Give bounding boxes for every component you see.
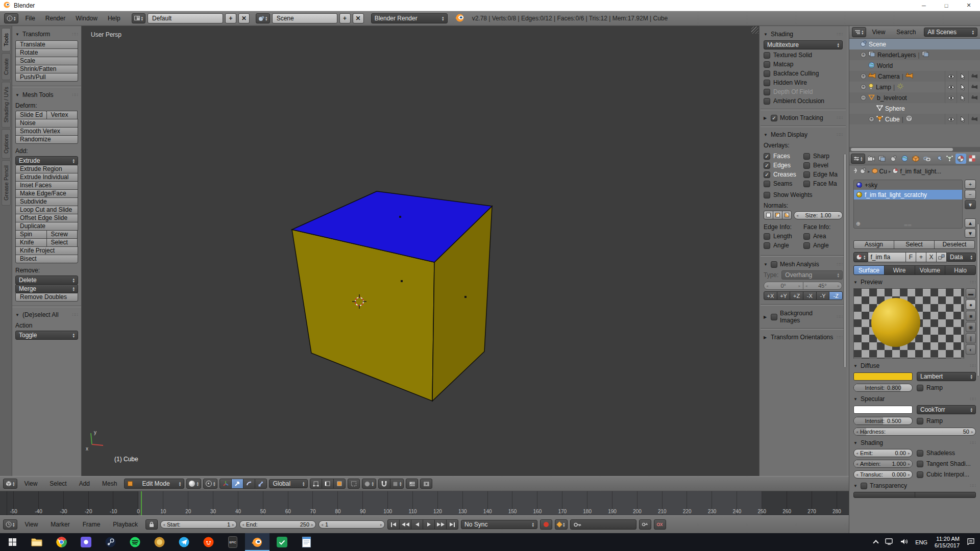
specular-shader-dropdown[interactable]: CookTorr▴▾ xyxy=(917,405,976,414)
jump-to-start-button[interactable] xyxy=(387,519,400,530)
panel-header-shading[interactable]: ▼Shading∷∷ xyxy=(764,31,843,38)
select-button[interactable]: Select xyxy=(894,240,935,249)
properties-tab-texture[interactable] xyxy=(967,154,977,164)
axis-y-button[interactable]: +Y xyxy=(777,291,791,300)
shading-backface-culling-checkbox[interactable] xyxy=(764,70,770,77)
add-scene-button[interactable]: + xyxy=(339,13,351,23)
type-tab-volume[interactable]: Volume xyxy=(915,265,946,275)
material-name-field[interactable]: f_im fla xyxy=(868,252,906,262)
toolshelf-tab-options[interactable]: Options xyxy=(2,129,11,159)
properties-tab-world[interactable] xyxy=(899,154,910,164)
face-info-area-checkbox[interactable] xyxy=(803,233,810,240)
menu-help[interactable]: Help xyxy=(103,15,126,22)
shading-depth-of-field-checkbox[interactable] xyxy=(764,89,770,95)
timeline-ruler[interactable]: -50-40-30-20-100102030405060708090100110… xyxy=(0,491,855,515)
restrict-view-eye-icon[interactable] xyxy=(945,92,957,103)
shading-hidden-wire-checkbox[interactable] xyxy=(764,80,770,86)
link-data-dropdown[interactable]: Data▴▾ xyxy=(946,253,976,262)
browse-material-dropdown[interactable]: ▴▾ xyxy=(853,252,868,262)
outliner-row-renderlayers[interactable]: +RenderLayers| xyxy=(849,49,980,60)
type-tab-surface[interactable]: Surface xyxy=(853,265,885,275)
face-normals-toggle[interactable] xyxy=(782,211,792,219)
taskbar-app-green-app[interactable] xyxy=(270,533,294,551)
remove-material-slot-button[interactable]: − xyxy=(965,190,976,199)
expand-icon[interactable]: + xyxy=(861,52,866,58)
current-frame-field[interactable]: ◂▸1 xyxy=(318,520,385,529)
sync-dropdown[interactable]: No Sync▴▾ xyxy=(461,520,537,529)
viewport-menu-select[interactable]: Select xyxy=(44,480,71,487)
info-editor-type-button[interactable]: i▴▾ xyxy=(4,13,18,23)
minimize-button[interactable]: ─ xyxy=(913,0,935,11)
taskbar-app-file-explorer[interactable] xyxy=(24,533,49,551)
screen-layout-icon-button[interactable]: ▴▾ xyxy=(132,13,146,23)
transform-translate-button[interactable]: Translate xyxy=(15,40,78,49)
outliner-row-cube[interactable]: +Cube| xyxy=(849,114,980,124)
toolshelf-tab-shading-uvs[interactable]: Shading / UVs xyxy=(2,82,11,128)
overlay-seams-checkbox[interactable] xyxy=(764,181,770,187)
expand-icon[interactable]: + xyxy=(869,116,874,122)
toolshelf-tab-tools[interactable]: Tools xyxy=(2,28,11,52)
render-opengl-anim-button[interactable] xyxy=(420,479,432,489)
play-button[interactable] xyxy=(423,519,435,530)
motion-tracking-checkbox[interactable]: ✓ xyxy=(771,115,777,121)
edge-select-button[interactable] xyxy=(322,479,334,489)
restrict-render-camera-icon[interactable] xyxy=(968,71,980,82)
new-material-button[interactable]: + xyxy=(916,252,926,262)
properties-tab-modifiers[interactable] xyxy=(933,154,944,164)
properties-tab-renderlayers[interactable] xyxy=(877,154,888,164)
record-button[interactable] xyxy=(540,519,552,530)
viewport-shading-dropdown[interactable]: ▴▾ xyxy=(186,479,201,489)
face-info-angle-checkbox[interactable] xyxy=(803,242,810,249)
outliner-editor-type-button[interactable]: ▴▾ xyxy=(852,27,866,37)
insert-keyframe-button[interactable] xyxy=(639,519,651,530)
area-corner-handle[interactable] xyxy=(751,27,758,34)
extrude-menu[interactable]: Extrude▴▾ xyxy=(15,156,78,165)
properties-tab-material[interactable] xyxy=(955,154,966,164)
panel-header-mesh-display[interactable]: ▼Mesh Display∷∷ xyxy=(764,131,843,138)
timeline-editor-type-button[interactable]: ▴▾ xyxy=(3,519,17,530)
manipulator-axes-button[interactable] xyxy=(219,479,232,489)
overlay-edges-checkbox[interactable]: ✓ xyxy=(764,162,770,169)
vertex-select-button[interactable] xyxy=(310,479,322,489)
maximize-button[interactable]: □ xyxy=(935,0,958,11)
pivot-center-dropdown[interactable]: ▴▾ xyxy=(203,479,218,489)
expand-icon[interactable]: + xyxy=(861,84,866,90)
menu-render[interactable]: Render xyxy=(40,15,70,22)
toolshelf-tab-grease-pencil[interactable]: Grease Pencil xyxy=(2,160,11,206)
hidden-icons-chevron-icon[interactable] xyxy=(873,540,879,545)
delete-keyframe-button[interactable] xyxy=(654,519,666,530)
shading-shadeless-checkbox[interactable] xyxy=(917,450,923,457)
panel-header-deselect-all[interactable]: ▼(De)select All∷∷ xyxy=(15,311,78,318)
mesh-analysis-checkbox[interactable] xyxy=(771,261,777,268)
overlay-edge-ma-checkbox[interactable] xyxy=(803,171,810,178)
restrict-render-camera-icon[interactable] xyxy=(968,92,980,103)
timeline-menu-view[interactable]: View xyxy=(20,521,43,528)
add-select-button[interactable]: Select xyxy=(46,238,78,247)
add-spin-button[interactable]: Spin xyxy=(15,230,47,239)
add-offset-edge-slide-button[interactable]: Offset Edge Slide xyxy=(15,214,78,222)
overlay-creases-checkbox[interactable]: ✓ xyxy=(764,171,770,178)
background-images-checkbox[interactable] xyxy=(771,314,777,320)
restrict-render-camera-icon[interactable] xyxy=(968,82,980,92)
menu-window[interactable]: Window xyxy=(70,15,103,22)
timeline-menu-playback[interactable]: Playback xyxy=(108,521,143,528)
outliner-row-world[interactable]: World xyxy=(849,60,980,71)
diffuse-intensity-slider[interactable]: Intensit:0.800 xyxy=(853,384,913,392)
render-engine-dropdown[interactable]: Blender Render▴▾ xyxy=(371,13,448,23)
preview-hair-button[interactable]: ∥ xyxy=(966,333,976,343)
properties-tab-data[interactable] xyxy=(944,154,955,164)
taskbar-app-chrome[interactable] xyxy=(49,533,74,551)
taskbar-app-reddit-app[interactable] xyxy=(196,533,220,551)
deselect-button[interactable]: Deselect xyxy=(934,240,975,249)
transform-push-pull-button[interactable]: Push/Pull xyxy=(15,73,78,82)
material-specials-menu[interactable]: ▼ xyxy=(965,200,976,209)
keying-set-dropdown[interactable]: ▴▾ xyxy=(555,519,568,530)
deselect-action-menu[interactable]: Toggle▴▾ xyxy=(15,331,78,340)
previous-keyframe-button[interactable] xyxy=(399,519,411,530)
3d-viewport[interactable]: User Persp x y (1) Cube xyxy=(82,26,759,476)
scene-icon-button[interactable]: ▴▾ xyxy=(256,13,270,23)
manipulator-rotate-button[interactable] xyxy=(243,479,255,489)
restrict-view-eye-icon[interactable] xyxy=(945,71,957,82)
restrict-view-eye-icon[interactable] xyxy=(945,82,957,92)
overlay-sharp-checkbox[interactable] xyxy=(803,153,810,160)
